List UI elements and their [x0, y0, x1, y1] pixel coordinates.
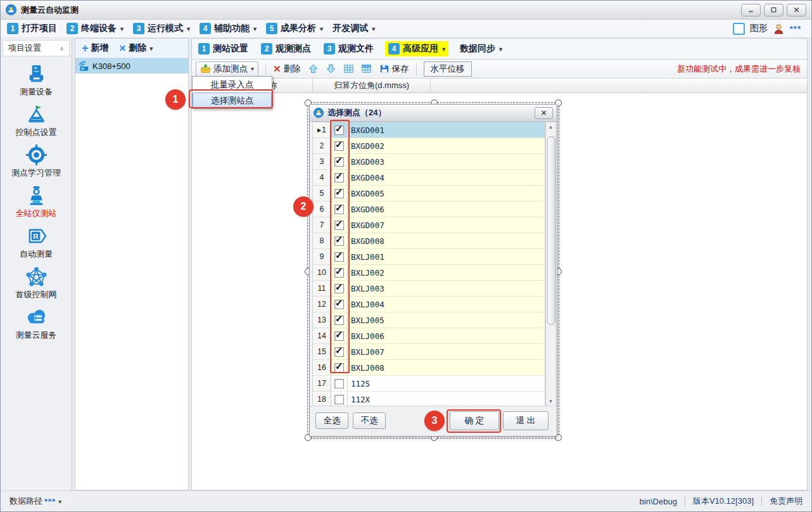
annotation-rect-menu-item [189, 89, 273, 108]
select-none-button[interactable]: 不选 [353, 413, 386, 429]
menu-item-5[interactable]: 5成果分析▾ [266, 23, 323, 34]
row-number: 2 [313, 138, 331, 154]
menu-item-2[interactable]: 2终端设备▾ [67, 23, 124, 34]
grid-header-icon[interactable] [361, 63, 372, 74]
point-name: BXGD008 [348, 233, 545, 249]
row-checkbox[interactable] [334, 379, 344, 388]
tab-1[interactable]: 1测站设置 [197, 41, 250, 56]
minimize-icon [747, 6, 754, 13]
save-button[interactable]: 保存 [379, 63, 409, 75]
row-number: 9 [313, 249, 331, 265]
disclaimer-link[interactable]: 免责声明 [770, 496, 802, 507]
point-name: BXGD005 [348, 186, 545, 202]
menu-item-1[interactable]: 1打开项目 [7, 23, 57, 34]
maximize-button[interactable] [764, 4, 783, 16]
sidebar-item-cloud[interactable]: 测量云服务 [1, 306, 72, 341]
sidebar-item-control-point[interactable]: 控制点设置 [1, 103, 72, 138]
horizontal-displacement-button[interactable]: 水平位移 [424, 61, 472, 77]
tab-4[interactable]: 4高级应用▾ [385, 41, 448, 56]
data-path-control[interactable]: 数据路径 *** ▾ [10, 496, 61, 507]
user-icon[interactable] [773, 23, 785, 35]
version-text: 版本V10.12[303] [693, 496, 754, 507]
point-name: BXLJ003 [348, 281, 545, 297]
sidebar-header-label: 项目设置 [8, 42, 41, 54]
point-name: BXGD004 [348, 170, 545, 186]
row-checkbox-cell [331, 392, 348, 407]
sidebar-item-label: 控制点设置 [1, 127, 72, 138]
app-logo-icon [6, 4, 16, 15]
point-name: BXLJ005 [348, 312, 545, 328]
arrow-up-icon[interactable] [308, 63, 319, 74]
save-label: 保存 [392, 63, 409, 75]
dialog-scrollbar[interactable]: ▲ ▼ [545, 122, 556, 407]
sidebar-item-target[interactable]: 测点学习管理 [1, 144, 72, 179]
row-number: 15 [313, 344, 331, 360]
close-button[interactable] [787, 4, 806, 16]
sidebar-item-device[interactable]: 测量设备 [1, 63, 72, 98]
data-path-stars: *** [44, 497, 56, 506]
inbox-arrow-icon [200, 63, 211, 74]
point-name: BXLJ001 [348, 249, 545, 265]
sidebar-item-auto-measure[interactable]: R自动测量 [1, 225, 72, 260]
graph-checkbox[interactable] [733, 23, 745, 35]
minimize-button[interactable] [741, 4, 761, 16]
sidebar-item-label: 测点学习管理 [1, 167, 72, 179]
station-tabs: 1测站设置2观测测点3观测文件4高级应用▾数据同步▾ [192, 39, 807, 60]
menu-item-label: 成果分析 [281, 23, 316, 34]
tab-3[interactable]: 3观测文件 [322, 41, 375, 56]
annotation-step-1: 1 [165, 89, 186, 110]
column-azimuth[interactable]: 归算方位角(d.mmss) [313, 79, 431, 93]
arrow-down-icon[interactable] [326, 63, 336, 74]
menu-item-6[interactable]: 开发调试▾ [333, 23, 375, 34]
scroll-down-icon[interactable]: ▼ [546, 397, 555, 406]
menu-badge: 5 [266, 23, 277, 34]
data-path-label: 数据路径 [10, 496, 42, 507]
scroll-up-icon[interactable]: ▲ [546, 122, 555, 132]
svg-text:R: R [33, 232, 39, 240]
row-number: 14 [313, 328, 331, 344]
tab-2[interactable]: 2观测测点 [260, 41, 312, 56]
beta-warning-text: 新功能测试中，成果需进一步复核 [677, 63, 803, 75]
network-icon [1, 266, 72, 288]
menu-item-4[interactable]: 4辅助功能▾ [200, 23, 257, 34]
sidebar-item-network[interactable]: 首级控制网 [1, 266, 72, 300]
dialog-row[interactable]: 18112X [313, 392, 545, 407]
add-point-button[interactable]: 添加测点 ▾ [196, 61, 258, 77]
control-point-icon [1, 103, 72, 125]
row-number: 13 [313, 312, 331, 328]
delete-station-label: 删除 [129, 42, 146, 54]
total-station-icon [1, 184, 72, 207]
delete-point-button[interactable]: ✕ 删除 [273, 63, 301, 75]
red-x-icon: ✕ [273, 64, 281, 74]
delete-point-label: 删除 [284, 63, 301, 75]
annotation-rect-ok-button [447, 409, 501, 433]
menu-badge: 3 [133, 23, 144, 34]
scrollbar-thumb[interactable] [547, 136, 555, 325]
delete-station-button[interactable]: ✕ 删除 ▾ [119, 42, 153, 54]
add-station-button[interactable]: + 新增 [82, 42, 109, 54]
tab-5[interactable]: 数据同步▾ [459, 41, 504, 56]
toolbar-separator [416, 63, 417, 75]
menu-item-label: 打开项目 [22, 23, 57, 34]
sidebar-item-label: 测量云服务 [1, 330, 72, 341]
select-all-button[interactable]: 全选 [315, 413, 348, 429]
caret-down-icon: ▾ [253, 25, 257, 32]
row-number: 12 [313, 297, 331, 312]
row-checkbox[interactable] [334, 395, 344, 404]
dialog-row[interactable]: 17112S [313, 376, 545, 392]
point-name: BXGD001 [348, 122, 545, 138]
app-window: 测量云自动监测 1打开项目2终端设备▾3运行模式▾4辅助功能▾5成果分析▾开发调… [0, 0, 812, 512]
caret-down-icon: ▾ [58, 498, 61, 505]
caret-down-icon: ▾ [251, 65, 254, 72]
grid-icon[interactable] [343, 63, 354, 74]
x-icon: ✕ [119, 44, 127, 53]
sidebar-header[interactable]: 项目设置 ∧ [3, 40, 70, 56]
dialog-close-button[interactable]: ✕ [535, 107, 553, 119]
row-number: 11 [313, 281, 331, 297]
tree-item-station[interactable]: K308+500 [75, 58, 188, 74]
row-number: 5 [313, 186, 331, 202]
menu-item-3[interactable]: 3运行模式▾ [133, 23, 190, 34]
exit-button[interactable]: 退 出 [503, 411, 549, 430]
sidebar-item-label: 自动测量 [1, 248, 72, 260]
sidebar-item-total-station[interactable]: 全站仪测站 [1, 184, 72, 219]
